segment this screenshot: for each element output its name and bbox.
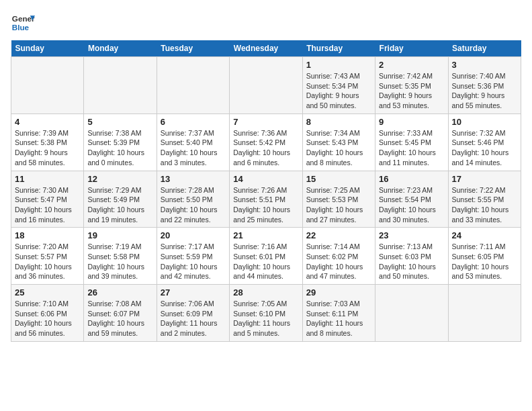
calendar-cell: 18Sunrise: 7:20 AM Sunset: 5:57 PM Dayli… (11, 228, 84, 285)
day-info: Sunrise: 7:36 AM Sunset: 5:42 PM Dayligh… (233, 128, 298, 168)
day-number: 15 (306, 174, 371, 184)
day-info: Sunrise: 7:39 AM Sunset: 5:38 PM Dayligh… (15, 128, 80, 168)
day-number: 20 (161, 230, 226, 240)
calendar-cell: 4Sunrise: 7:39 AM Sunset: 5:38 PM Daylig… (11, 113, 84, 171)
day-number: 25 (15, 287, 80, 298)
weekday-header-cell: Sunday (11, 40, 84, 57)
calendar-cell: 6Sunrise: 7:37 AM Sunset: 5:40 PM Daylig… (157, 113, 229, 171)
weekday-header-cell: Friday (375, 40, 448, 57)
calendar-cell (84, 57, 157, 114)
weekday-header-cell: Tuesday (157, 40, 229, 57)
day-number: 11 (15, 174, 80, 184)
day-info: Sunrise: 7:13 AM Sunset: 6:03 PM Dayligh… (379, 242, 444, 281)
calendar-cell (157, 57, 229, 114)
day-info: Sunrise: 7:42 AM Sunset: 5:35 PM Dayligh… (379, 71, 444, 111)
day-info: Sunrise: 7:33 AM Sunset: 5:45 PM Dayligh… (379, 128, 444, 168)
logo: General Blue (11, 11, 35, 35)
day-info: Sunrise: 7:30 AM Sunset: 5:47 PM Dayligh… (15, 185, 80, 225)
day-number: 10 (452, 117, 517, 127)
weekday-header-cell: Saturday (448, 40, 521, 57)
day-number: 29 (306, 287, 371, 298)
day-number: 17 (452, 174, 517, 184)
calendar-cell: 12Sunrise: 7:29 AM Sunset: 5:49 PM Dayli… (84, 171, 157, 228)
day-number: 27 (161, 287, 226, 298)
calendar-cell (230, 57, 302, 114)
day-info: Sunrise: 7:25 AM Sunset: 5:53 PM Dayligh… (306, 185, 371, 225)
day-info: Sunrise: 7:16 AM Sunset: 6:01 PM Dayligh… (233, 242, 298, 281)
day-number: 5 (87, 117, 152, 127)
calendar-cell: 8Sunrise: 7:34 AM Sunset: 5:43 PM Daylig… (302, 113, 375, 171)
calendar-table: SundayMondayTuesdayWednesdayThursdayFrid… (11, 40, 521, 342)
day-number: 3 (452, 60, 517, 70)
calendar-cell: 11Sunrise: 7:30 AM Sunset: 5:47 PM Dayli… (11, 171, 84, 228)
calendar-cell (375, 285, 448, 342)
day-number: 6 (161, 117, 226, 127)
day-info: Sunrise: 7:14 AM Sunset: 6:02 PM Dayligh… (306, 242, 371, 281)
calendar-body: 1Sunrise: 7:43 AM Sunset: 5:34 PM Daylig… (11, 57, 521, 342)
day-info: Sunrise: 7:22 AM Sunset: 5:55 PM Dayligh… (452, 185, 517, 225)
calendar-cell: 13Sunrise: 7:28 AM Sunset: 5:50 PM Dayli… (157, 171, 229, 228)
day-info: Sunrise: 7:26 AM Sunset: 5:51 PM Dayligh… (233, 185, 298, 225)
day-info: Sunrise: 7:03 AM Sunset: 6:11 PM Dayligh… (306, 299, 371, 338)
calendar-cell: 2Sunrise: 7:42 AM Sunset: 5:35 PM Daylig… (375, 57, 448, 114)
day-info: Sunrise: 7:34 AM Sunset: 5:43 PM Dayligh… (306, 128, 371, 168)
svg-text:General: General (12, 14, 35, 23)
calendar-cell: 17Sunrise: 7:22 AM Sunset: 5:55 PM Dayli… (448, 171, 521, 228)
calendar-cell: 10Sunrise: 7:32 AM Sunset: 5:46 PM Dayli… (448, 113, 521, 171)
day-info: Sunrise: 7:05 AM Sunset: 6:10 PM Dayligh… (233, 299, 298, 338)
day-number: 14 (233, 174, 298, 184)
day-number: 7 (233, 117, 298, 127)
calendar-cell: 1Sunrise: 7:43 AM Sunset: 5:34 PM Daylig… (302, 57, 375, 114)
day-number: 26 (87, 287, 152, 298)
calendar-cell: 25Sunrise: 7:10 AM Sunset: 6:06 PM Dayli… (11, 285, 84, 342)
calendar-cell: 20Sunrise: 7:17 AM Sunset: 5:59 PM Dayli… (157, 228, 229, 285)
weekday-header-cell: Wednesday (230, 40, 302, 57)
calendar-week-row: 11Sunrise: 7:30 AM Sunset: 5:47 PM Dayli… (11, 171, 521, 228)
calendar-cell: 29Sunrise: 7:03 AM Sunset: 6:11 PM Dayli… (302, 285, 375, 342)
day-number: 22 (306, 230, 371, 240)
calendar-week-row: 1Sunrise: 7:43 AM Sunset: 5:34 PM Daylig… (11, 57, 521, 114)
calendar-cell: 15Sunrise: 7:25 AM Sunset: 5:53 PM Dayli… (302, 171, 375, 228)
day-info: Sunrise: 7:10 AM Sunset: 6:06 PM Dayligh… (15, 299, 80, 338)
weekday-header-cell: Thursday (302, 40, 375, 57)
calendar-cell: 27Sunrise: 7:06 AM Sunset: 6:09 PM Dayli… (157, 285, 229, 342)
calendar-cell (448, 285, 521, 342)
day-info: Sunrise: 7:37 AM Sunset: 5:40 PM Dayligh… (161, 128, 226, 168)
calendar-cell: 3Sunrise: 7:40 AM Sunset: 5:36 PM Daylig… (448, 57, 521, 114)
logo-icon: General Blue (11, 11, 35, 35)
day-info: Sunrise: 7:32 AM Sunset: 5:46 PM Dayligh… (452, 128, 517, 168)
calendar-cell: 22Sunrise: 7:14 AM Sunset: 6:02 PM Dayli… (302, 228, 375, 285)
day-number: 19 (87, 230, 152, 240)
day-info: Sunrise: 7:20 AM Sunset: 5:57 PM Dayligh… (15, 242, 80, 281)
day-number: 2 (379, 60, 444, 70)
day-info: Sunrise: 7:43 AM Sunset: 5:34 PM Dayligh… (306, 71, 371, 111)
calendar-cell: 19Sunrise: 7:19 AM Sunset: 5:58 PM Dayli… (84, 228, 157, 285)
calendar-cell: 9Sunrise: 7:33 AM Sunset: 5:45 PM Daylig… (375, 113, 448, 171)
day-info: Sunrise: 7:28 AM Sunset: 5:50 PM Dayligh… (161, 185, 226, 225)
day-number: 24 (452, 230, 517, 240)
calendar-cell: 23Sunrise: 7:13 AM Sunset: 6:03 PM Dayli… (375, 228, 448, 285)
calendar-cell: 26Sunrise: 7:08 AM Sunset: 6:07 PM Dayli… (84, 285, 157, 342)
calendar-cell: 24Sunrise: 7:11 AM Sunset: 6:05 PM Dayli… (448, 228, 521, 285)
day-info: Sunrise: 7:08 AM Sunset: 6:07 PM Dayligh… (87, 299, 152, 338)
day-info: Sunrise: 7:29 AM Sunset: 5:49 PM Dayligh… (87, 185, 152, 225)
day-info: Sunrise: 7:06 AM Sunset: 6:09 PM Dayligh… (161, 299, 226, 338)
day-number: 12 (87, 174, 152, 184)
day-number: 13 (161, 174, 226, 184)
calendar-week-row: 18Sunrise: 7:20 AM Sunset: 5:57 PM Dayli… (11, 228, 521, 285)
calendar-cell: 14Sunrise: 7:26 AM Sunset: 5:51 PM Dayli… (230, 171, 302, 228)
day-number: 9 (379, 117, 444, 127)
header: General Blue (11, 11, 521, 35)
day-info: Sunrise: 7:17 AM Sunset: 5:59 PM Dayligh… (161, 242, 226, 281)
day-number: 28 (233, 287, 298, 298)
day-info: Sunrise: 7:19 AM Sunset: 5:58 PM Dayligh… (87, 242, 152, 281)
calendar-cell: 5Sunrise: 7:38 AM Sunset: 5:39 PM Daylig… (84, 113, 157, 171)
day-number: 4 (15, 117, 80, 127)
calendar-cell: 7Sunrise: 7:36 AM Sunset: 5:42 PM Daylig… (230, 113, 302, 171)
day-info: Sunrise: 7:38 AM Sunset: 5:39 PM Dayligh… (87, 128, 152, 168)
day-number: 1 (306, 60, 371, 70)
calendar-cell: 16Sunrise: 7:23 AM Sunset: 5:54 PM Dayli… (375, 171, 448, 228)
calendar-cell: 21Sunrise: 7:16 AM Sunset: 6:01 PM Dayli… (230, 228, 302, 285)
svg-text:Blue: Blue (12, 23, 30, 32)
day-number: 8 (306, 117, 371, 127)
